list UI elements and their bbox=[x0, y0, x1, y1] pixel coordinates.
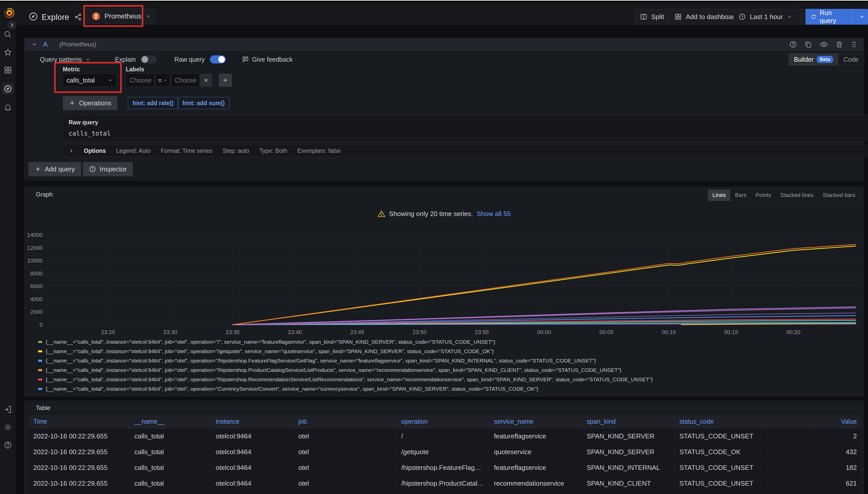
raw-query-preview: Raw query calls_total bbox=[62, 115, 868, 141]
help-icon[interactable] bbox=[4, 441, 12, 449]
run-query-button[interactable]: Run query bbox=[806, 9, 868, 25]
datasource-picker[interactable]: Prometheus bbox=[87, 8, 156, 24]
legend-row[interactable]: {__name__="calls_total", instance="otelc… bbox=[38, 384, 862, 394]
duplicate-query-icon[interactable] bbox=[804, 41, 812, 48]
time-range-label: Last 1 hour bbox=[750, 13, 783, 21]
give-feedback-button[interactable]: Give feedback bbox=[242, 56, 293, 63]
legend-row[interactable]: {__name__="calls_total", instance="otelc… bbox=[38, 356, 862, 365]
table-column-header-service-name[interactable]: service_name bbox=[489, 415, 582, 428]
legend-series-marker bbox=[38, 379, 42, 381]
hint-add-rate-button[interactable]: hint: add rate() bbox=[128, 97, 178, 109]
graph-legend: {__name__="calls_total", instance="otelc… bbox=[38, 337, 862, 394]
time-series-chart[interactable] bbox=[46, 227, 862, 329]
show-all-series-link[interactable]: Show all 55 bbox=[477, 210, 511, 218]
metric-select[interactable]: calls_total bbox=[63, 74, 116, 87]
table-column-header-span-kind[interactable]: span_kind bbox=[582, 415, 675, 428]
graph-mode-bars[interactable]: Bars bbox=[730, 190, 751, 201]
run-query-dropdown[interactable] bbox=[856, 9, 868, 25]
prometheus-logo-icon bbox=[92, 12, 101, 21]
table-column-header-value[interactable]: Value bbox=[812, 415, 862, 428]
table-cell bbox=[767, 475, 812, 491]
legend-series-label: {__name__="calls_total", instance="otelc… bbox=[46, 358, 596, 364]
table-cell: otelcol:9464 bbox=[211, 428, 294, 444]
table-cell: 2022-10-16 00:22:29.655 bbox=[29, 428, 130, 444]
settings-gear-icon[interactable] bbox=[4, 423, 12, 431]
option-exemplars: Exemplars: false bbox=[297, 148, 341, 154]
legend-row[interactable]: {__name__="calls_total", instance="otelc… bbox=[38, 337, 862, 346]
dashboards-icon[interactable] bbox=[4, 66, 12, 74]
remove-label-filter-button[interactable] bbox=[200, 74, 212, 87]
remove-query-trash-icon[interactable] bbox=[835, 41, 843, 48]
graph-mode-stacked-lines[interactable]: Stacked lines bbox=[776, 190, 818, 201]
expand-sidebar-button[interactable] bbox=[7, 20, 17, 30]
query-help-icon[interactable] bbox=[789, 41, 797, 48]
time-range-button[interactable]: Last 1 hour bbox=[734, 9, 797, 25]
table-cell: / bbox=[397, 428, 489, 444]
option-format: Format: Time series bbox=[161, 148, 212, 154]
label-key-select[interactable]: Choose bbox=[126, 74, 154, 87]
close-icon bbox=[203, 77, 209, 83]
split-button[interactable]: Split bbox=[634, 9, 670, 25]
alerting-bell-icon[interactable] bbox=[4, 103, 12, 111]
code-mode-button[interactable]: Code bbox=[838, 54, 864, 65]
legend-row[interactable]: {__name__="calls_total", instance="otelc… bbox=[38, 375, 862, 384]
warning-text: Showing only 20 time series. bbox=[389, 210, 473, 218]
table-cell bbox=[767, 444, 812, 460]
table-body: 2022-10-16 00:22:29.655calls_totalotelco… bbox=[29, 428, 862, 494]
table-cell: otel bbox=[294, 428, 397, 444]
y-tick-label: 4000 bbox=[30, 296, 43, 303]
label-operator-value: = bbox=[158, 77, 162, 84]
option-type: Type: Both bbox=[259, 148, 287, 154]
query-options-row[interactable]: Options Legend: Auto Format: Time series… bbox=[62, 145, 868, 157]
table-column-header-operation[interactable]: operation bbox=[397, 415, 489, 428]
explore-icon[interactable] bbox=[3, 84, 13, 94]
grafana-logo[interactable] bbox=[3, 7, 15, 19]
x-tick-label: 00:10 bbox=[662, 329, 676, 336]
drag-handle-grip-icon[interactable] bbox=[851, 41, 857, 48]
option-step: Step: auto bbox=[222, 148, 249, 154]
inspector-button[interactable]: Inspector bbox=[83, 162, 133, 176]
hint-add-sum-button[interactable]: hint: add sum() bbox=[178, 97, 230, 109]
add-query-label: Add query bbox=[45, 165, 75, 173]
graph-mode-lines[interactable]: Lines bbox=[708, 190, 730, 201]
explain-toggle[interactable] bbox=[141, 55, 157, 63]
table-column-header-time[interactable]: Time bbox=[29, 415, 130, 428]
label-operator-select[interactable]: = bbox=[155, 74, 170, 87]
label-value-select[interactable]: Choose bbox=[171, 74, 199, 87]
left-sidebar bbox=[0, 25, 16, 494]
legend-series-marker bbox=[38, 360, 42, 362]
legend-row[interactable]: {__name__="calls_total", instance="otelc… bbox=[38, 365, 862, 375]
page-title: Explore bbox=[42, 13, 69, 22]
divider bbox=[852, 9, 852, 25]
option-legend: Legend: Auto bbox=[116, 148, 151, 154]
y-tick-label: 8000 bbox=[30, 270, 43, 277]
table-cell: /hipstershop.FeatureFlagService/GetFlag bbox=[397, 460, 489, 475]
builder-mode-button[interactable]: Builder Beta bbox=[789, 54, 838, 65]
plus-icon bbox=[222, 77, 229, 83]
x-tick-label: 23:55 bbox=[475, 329, 489, 336]
graph-mode-stacked-bars[interactable]: Stacked bars bbox=[818, 190, 860, 201]
legend-row[interactable]: {__name__="calls_total", instance="otelc… bbox=[38, 346, 862, 356]
table-column-header-instance[interactable]: instance bbox=[211, 415, 294, 428]
table-column-header-status-code[interactable]: status_code bbox=[675, 415, 767, 428]
table-row: 2022-10-16 00:22:29.655calls_totalotelco… bbox=[29, 475, 862, 491]
share-icon[interactable] bbox=[74, 13, 82, 21]
sign-in-icon[interactable] bbox=[4, 405, 12, 414]
table-column-header---name--[interactable]: __name__ bbox=[130, 415, 211, 428]
add-label-filter-button[interactable] bbox=[219, 74, 232, 87]
search-icon[interactable] bbox=[4, 31, 12, 39]
table-column-header-job[interactable]: job bbox=[294, 415, 397, 428]
raw-query-toggle[interactable] bbox=[210, 55, 225, 63]
table-cell: calls_total bbox=[130, 428, 211, 444]
table-cell: featureflagservice bbox=[489, 460, 582, 475]
table-cell: 182 bbox=[812, 460, 862, 475]
add-to-dashboard-button[interactable]: Add to dashboard bbox=[669, 9, 744, 25]
disable-query-eye-icon[interactable] bbox=[820, 40, 828, 49]
star-icon[interactable] bbox=[4, 48, 12, 56]
table-cell: STATUS_CODE_UNSET bbox=[675, 428, 767, 444]
label-key-placeholder: Choose bbox=[130, 77, 151, 84]
add-operations-button[interactable]: Operations bbox=[63, 96, 117, 110]
graph-mode-points[interactable]: Points bbox=[751, 190, 776, 201]
query-patterns-dropdown[interactable]: Query patterns bbox=[40, 56, 82, 63]
query-row-header[interactable]: A (Prometheus) bbox=[24, 38, 864, 51]
